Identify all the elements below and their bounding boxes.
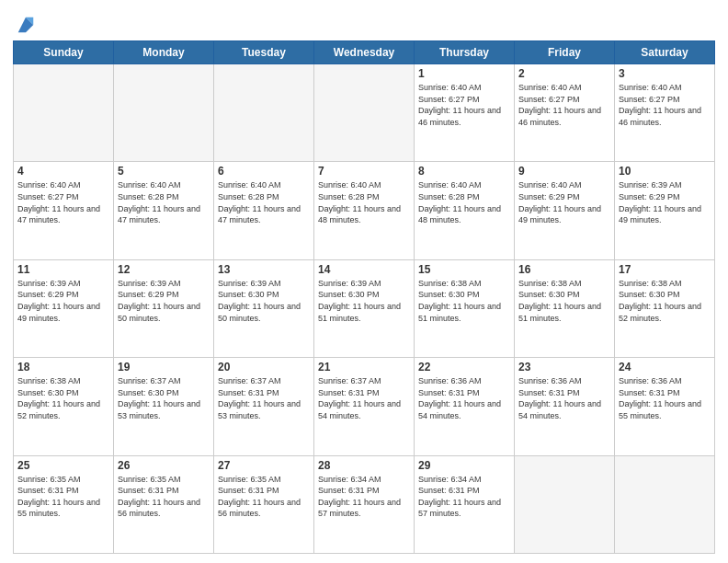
day-info: Sunrise: 6:39 AMSunset: 6:30 PMDaylight:… [218,278,310,324]
calendar-cell [615,455,715,553]
calendar-cell: 4Sunrise: 6:40 AMSunset: 6:27 PMDaylight… [14,162,114,259]
day-number: 10 [619,165,711,178]
day-number: 20 [218,361,310,373]
day-info: Sunrise: 6:39 AMSunset: 6:29 PMDaylight:… [17,278,109,324]
page: Sunday Monday Tuesday Wednesday Thursday… [0,0,728,563]
calendar-week-2: 11Sunrise: 6:39 AMSunset: 6:29 PMDayligh… [14,259,715,357]
calendar-cell [114,64,214,162]
day-info: Sunrise: 6:34 AMSunset: 6:31 PMDaylight:… [318,474,410,520]
day-info: Sunrise: 6:36 AMSunset: 6:31 PMDaylight:… [418,375,510,421]
day-number: 3 [619,67,711,80]
day-number: 26 [118,459,210,472]
day-info: Sunrise: 6:37 AMSunset: 6:30 PMDaylight:… [118,375,210,421]
calendar-cell: 25Sunrise: 6:35 AMSunset: 6:31 PMDayligh… [14,455,114,553]
calendar-week-1: 4Sunrise: 6:40 AMSunset: 6:27 PMDaylight… [14,162,715,259]
day-number: 4 [17,165,109,178]
logo-icon [16,15,36,35]
calendar-cell: 17Sunrise: 6:38 AMSunset: 6:30 PMDayligh… [615,259,715,357]
calendar-body: 1Sunrise: 6:40 AMSunset: 6:27 PMDaylight… [14,64,715,554]
day-number: 21 [318,361,410,373]
day-number: 28 [318,459,410,472]
day-number: 7 [318,165,410,178]
calendar-table: Sunday Monday Tuesday Wednesday Thursday… [13,40,715,554]
day-info: Sunrise: 6:35 AMSunset: 6:31 PMDaylight:… [118,474,210,520]
day-number: 12 [118,263,210,276]
col-friday: Friday [515,41,615,64]
day-number: 2 [518,67,610,80]
day-info: Sunrise: 6:36 AMSunset: 6:31 PMDaylight:… [619,375,711,421]
day-info: Sunrise: 6:35 AMSunset: 6:31 PMDaylight:… [218,474,310,520]
day-info: Sunrise: 6:34 AMSunset: 6:31 PMDaylight:… [418,474,510,520]
calendar-cell: 9Sunrise: 6:40 AMSunset: 6:29 PMDaylight… [515,162,615,259]
calendar-cell: 16Sunrise: 6:38 AMSunset: 6:30 PMDayligh… [515,259,615,357]
day-info: Sunrise: 6:40 AMSunset: 6:29 PMDaylight:… [518,179,610,225]
day-info: Sunrise: 6:37 AMSunset: 6:31 PMDaylight:… [318,375,410,421]
col-sunday: Sunday [14,41,114,64]
calendar-cell: 24Sunrise: 6:36 AMSunset: 6:31 PMDayligh… [615,358,715,455]
calendar-cell: 7Sunrise: 6:40 AMSunset: 6:28 PMDaylight… [314,162,415,259]
day-number: 17 [619,263,711,276]
calendar-cell: 21Sunrise: 6:37 AMSunset: 6:31 PMDayligh… [314,358,415,455]
day-info: Sunrise: 6:40 AMSunset: 6:27 PMDaylight:… [17,179,109,225]
calendar-cell: 13Sunrise: 6:39 AMSunset: 6:30 PMDayligh… [214,259,314,357]
calendar-cell [314,64,415,162]
calendar-cell: 11Sunrise: 6:39 AMSunset: 6:29 PMDayligh… [14,259,114,357]
calendar-cell: 18Sunrise: 6:38 AMSunset: 6:30 PMDayligh… [14,358,114,455]
day-info: Sunrise: 6:39 AMSunset: 6:29 PMDaylight:… [118,278,210,324]
day-info: Sunrise: 6:40 AMSunset: 6:28 PMDaylight:… [318,179,410,225]
day-info: Sunrise: 6:37 AMSunset: 6:31 PMDaylight:… [218,375,310,421]
day-number: 14 [318,263,410,276]
calendar-cell: 23Sunrise: 6:36 AMSunset: 6:31 PMDayligh… [515,358,615,455]
day-info: Sunrise: 6:38 AMSunset: 6:30 PMDaylight:… [17,375,109,421]
col-saturday: Saturday [615,41,715,64]
col-tuesday: Tuesday [214,41,314,64]
calendar-cell [214,64,314,162]
day-number: 22 [418,361,510,373]
calendar-cell [14,64,114,162]
header [13,9,715,35]
calendar-cell: 10Sunrise: 6:39 AMSunset: 6:29 PMDayligh… [615,162,715,259]
calendar-header: Sunday Monday Tuesday Wednesday Thursday… [14,41,715,64]
day-number: 6 [218,165,310,178]
calendar-cell: 28Sunrise: 6:34 AMSunset: 6:31 PMDayligh… [314,455,415,553]
day-number: 29 [418,459,510,472]
day-number: 5 [118,165,210,178]
day-info: Sunrise: 6:40 AMSunset: 6:28 PMDaylight:… [418,179,510,225]
calendar-cell: 20Sunrise: 6:37 AMSunset: 6:31 PMDayligh… [214,358,314,455]
col-monday: Monday [114,41,214,64]
day-info: Sunrise: 6:36 AMSunset: 6:31 PMDaylight:… [518,375,610,421]
day-info: Sunrise: 6:38 AMSunset: 6:30 PMDaylight:… [619,278,711,324]
calendar-cell: 26Sunrise: 6:35 AMSunset: 6:31 PMDayligh… [114,455,214,553]
calendar-cell: 6Sunrise: 6:40 AMSunset: 6:28 PMDaylight… [214,162,314,259]
calendar-week-3: 18Sunrise: 6:38 AMSunset: 6:30 PMDayligh… [14,358,715,455]
day-number: 27 [218,459,310,472]
day-info: Sunrise: 6:40 AMSunset: 6:28 PMDaylight:… [218,179,310,225]
day-info: Sunrise: 6:35 AMSunset: 6:31 PMDaylight:… [17,474,109,520]
calendar-cell [515,455,615,553]
day-number: 13 [218,263,310,276]
day-number: 16 [518,263,610,276]
day-info: Sunrise: 6:40 AMSunset: 6:27 PMDaylight:… [619,82,711,128]
calendar-cell: 5Sunrise: 6:40 AMSunset: 6:28 PMDaylight… [114,162,214,259]
calendar-cell: 8Sunrise: 6:40 AMSunset: 6:28 PMDaylight… [415,162,515,259]
day-info: Sunrise: 6:38 AMSunset: 6:30 PMDaylight:… [518,278,610,324]
calendar-cell: 27Sunrise: 6:35 AMSunset: 6:31 PMDayligh… [214,455,314,553]
day-info: Sunrise: 6:40 AMSunset: 6:28 PMDaylight:… [118,179,210,225]
calendar-cell: 22Sunrise: 6:36 AMSunset: 6:31 PMDayligh… [415,358,515,455]
day-number: 8 [418,165,510,178]
calendar-week-4: 25Sunrise: 6:35 AMSunset: 6:31 PMDayligh… [14,455,715,553]
day-number: 19 [118,361,210,373]
day-number: 18 [17,361,109,373]
header-row: Sunday Monday Tuesday Wednesday Thursday… [14,41,715,64]
day-info: Sunrise: 6:40 AMSunset: 6:27 PMDaylight:… [418,82,510,128]
day-number: 25 [17,459,109,472]
calendar-cell: 12Sunrise: 6:39 AMSunset: 6:29 PMDayligh… [114,259,214,357]
day-number: 15 [418,263,510,276]
day-info: Sunrise: 6:39 AMSunset: 6:30 PMDaylight:… [318,278,410,324]
logo [13,13,36,35]
calendar-cell: 14Sunrise: 6:39 AMSunset: 6:30 PMDayligh… [314,259,415,357]
day-number: 11 [17,263,109,276]
calendar-cell: 2Sunrise: 6:40 AMSunset: 6:27 PMDaylight… [515,64,615,162]
calendar-cell: 19Sunrise: 6:37 AMSunset: 6:30 PMDayligh… [114,358,214,455]
col-wednesday: Wednesday [314,41,415,64]
